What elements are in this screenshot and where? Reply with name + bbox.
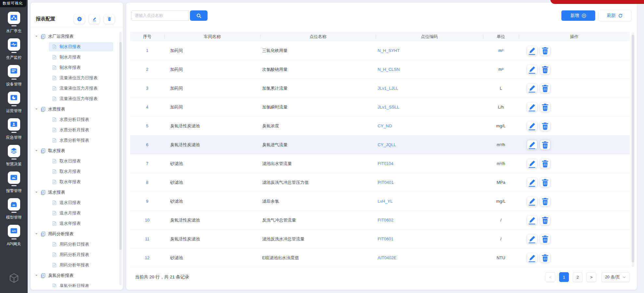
- sidebar-item-plant-twin[interactable]: 水厂孪生: [0, 12, 28, 38]
- page-size-label: 20 条/页: [605, 274, 620, 280]
- alert-banner[interactable]: [550, 0, 644, 4]
- edit-button[interactable]: [527, 121, 537, 131]
- cell-point: 臭氧进气流量: [260, 142, 376, 148]
- tree-scrollbar-thumb[interactable]: [119, 42, 122, 250]
- tree-item-row[interactable]: 送水月报表: [31, 208, 123, 218]
- cell-actions: [519, 159, 630, 168]
- cell-no: 5: [130, 123, 164, 128]
- tree-toolbar: [74, 15, 114, 24]
- tree-item-row[interactable]: 流量液位压力日报表: [31, 73, 123, 83]
- edit-button[interactable]: [527, 159, 537, 168]
- server-monitor-icon: [9, 67, 18, 76]
- tree-item-row[interactable]: 取水年报表: [31, 177, 123, 187]
- delete-button[interactable]: [540, 216, 550, 225]
- pencil-icon: [527, 121, 537, 131]
- tree-item-row[interactable]: 水质分析年报表: [31, 135, 123, 146]
- cell-unit: L: [483, 86, 519, 91]
- pencil-icon: [527, 102, 537, 112]
- tree-group-row[interactable]: 送水报表: [31, 187, 123, 197]
- tree-item-row[interactable]: 送水年报表: [31, 218, 123, 229]
- pagination-next-button[interactable]: >: [586, 272, 596, 282]
- add-button[interactable]: 新增: [561, 10, 595, 21]
- edit-button[interactable]: [527, 84, 537, 93]
- delete-button[interactable]: [540, 121, 550, 131]
- sidebar-item-production-monitor[interactable]: 生产监控: [0, 38, 28, 65]
- tree-item-row[interactable]: 流量液位压力年报表: [31, 94, 123, 104]
- delete-button[interactable]: [540, 253, 550, 262]
- delete-button[interactable]: [540, 46, 550, 55]
- tree-group-row[interactable]: 用药分析报表: [31, 229, 123, 239]
- sidebar-item-operations-mgmt[interactable]: 运营管理: [0, 92, 28, 118]
- trash-icon: [540, 197, 550, 206]
- delete-button[interactable]: [540, 197, 550, 206]
- tree-scrollbar[interactable]: [119, 32, 122, 285]
- tree-item-row[interactable]: 臭氧分析日报表: [31, 281, 123, 287]
- tree-item-row[interactable]: 制水年报表: [31, 62, 123, 73]
- sidebar-item-label: 报警管理: [6, 188, 22, 194]
- edit-button[interactable]: [527, 65, 537, 74]
- sidebar-item-equipment-mgmt[interactable]: 设备管理: [0, 65, 28, 92]
- delete-button[interactable]: [540, 235, 550, 244]
- delete-button[interactable]: [540, 103, 550, 112]
- tree-item-row[interactable]: 水质分析日报表: [31, 114, 123, 125]
- tree-item-row[interactable]: 流量液位压力月报表: [31, 83, 123, 94]
- search-input[interactable]: [131, 10, 189, 21]
- delete-button[interactable]: [540, 178, 550, 187]
- tree-item-label: 水质分析日报表: [60, 117, 89, 122]
- tree-item-row[interactable]: 用药分析日报表: [31, 239, 123, 249]
- sidebar-item-label: API网关: [7, 241, 21, 247]
- tree-group-row[interactable]: 取水报表: [31, 146, 123, 156]
- sidebar-item-model-mgmt[interactable]: 模型管理: [0, 198, 28, 225]
- edit-button[interactable]: [527, 140, 537, 149]
- pencil-icon: [527, 159, 537, 169]
- edit-node-button[interactable]: [89, 15, 100, 24]
- cell-code: N_H_CLSN: [376, 67, 483, 72]
- refresh-button-label: 刷新: [607, 13, 616, 19]
- edit-button[interactable]: [527, 216, 537, 225]
- tree-group-row[interactable]: 臭氧分析报表: [31, 270, 123, 281]
- tree-item-row[interactable]: 用药分析年报表: [31, 260, 123, 270]
- edit-button[interactable]: [527, 103, 537, 112]
- document-icon: [52, 44, 57, 49]
- add-node-button[interactable]: [74, 15, 85, 24]
- edit-button[interactable]: [527, 197, 537, 206]
- delete-button[interactable]: [540, 84, 550, 93]
- edit-button[interactable]: [527, 178, 537, 187]
- search-button[interactable]: [190, 10, 208, 21]
- pagination-page-button[interactable]: 2: [573, 272, 583, 282]
- document-icon: [52, 169, 57, 174]
- edit-button[interactable]: [527, 253, 537, 262]
- tree-item-row[interactable]: 用药分析月报表: [31, 249, 123, 260]
- table-footer: 当前共 20 行，共 21 条记录 <12> 20 条/页: [135, 270, 630, 284]
- delete-button[interactable]: [540, 65, 550, 74]
- sidebar-item-smart-decision[interactable]: 智慧决策: [0, 145, 28, 172]
- pagination-prev-button[interactable]: <: [545, 272, 555, 282]
- plus-circle-icon: [582, 13, 586, 18]
- edit-button[interactable]: [527, 235, 537, 244]
- delete-node-button[interactable]: [104, 15, 114, 24]
- tree-item-row[interactable]: 制水月报表: [31, 52, 123, 62]
- sidebar-item-api-gateway[interactable]: APIAPI网关: [0, 225, 28, 251]
- sidebar-item-alarm-mgmt[interactable]: 报警管理: [0, 172, 28, 198]
- model-box-icon: [9, 200, 18, 209]
- tree-item-row[interactable]: 制水日报表: [31, 42, 123, 52]
- person-monitor-icon: [9, 120, 18, 129]
- chevron-down-icon: [623, 275, 626, 279]
- sidebar-item-emergency-mgmt[interactable]: 应急管理: [0, 118, 28, 145]
- table-row: 6臭氧活性炭滤池臭氧进气流量CY_JQLLm³/h: [130, 135, 630, 154]
- table-scrollbar[interactable]: [632, 32, 634, 267]
- page-size-select[interactable]: 20 条/页: [601, 272, 630, 282]
- tree-item-row[interactable]: 水质分析月报表: [31, 125, 123, 135]
- tree-item-row[interactable]: 取水月报表: [31, 166, 123, 177]
- tree-group-row[interactable]: 水质报表: [31, 104, 123, 114]
- refresh-button[interactable]: 刷新: [599, 10, 631, 21]
- pagination-page-button[interactable]: 1: [559, 272, 569, 282]
- delete-button[interactable]: [540, 159, 550, 168]
- delete-button[interactable]: [540, 140, 550, 149]
- table-scrollbar-thumb[interactable]: [632, 35, 634, 262]
- tree-item-row[interactable]: 取水日报表: [31, 156, 123, 166]
- cell-unit: NTU: [483, 255, 519, 260]
- tree-group-row[interactable]: 水厂运营报表: [31, 31, 123, 42]
- tree-item-row[interactable]: 送水日报表: [31, 197, 123, 208]
- edit-button[interactable]: [527, 46, 537, 55]
